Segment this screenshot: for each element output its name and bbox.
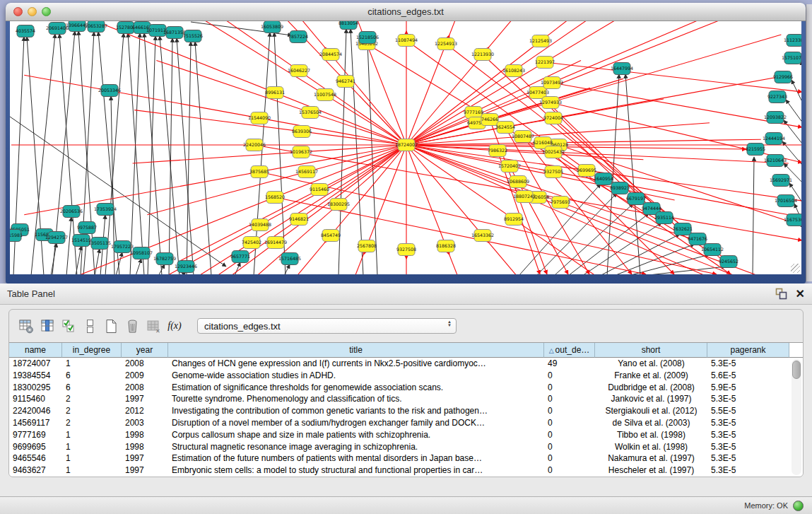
graph-node[interactable]: 12093822	[764, 112, 787, 124]
graph-node[interactable]: 3915981	[10, 230, 23, 242]
column-header[interactable]: year	[122, 343, 168, 358]
graph-node[interactable]: 1640954	[594, 173, 613, 185]
graph-node[interactable]: 8471676	[688, 233, 707, 245]
column-header[interactable]: title	[168, 343, 544, 358]
graph-node[interactable]: 10958107	[130, 247, 153, 259]
graph-node[interactable]: 9699695	[577, 165, 596, 177]
memory-ok-indicator[interactable]	[793, 501, 804, 511]
graph-node[interactable]: 9327508	[396, 244, 416, 256]
graph-node[interactable]: 8938923	[610, 182, 630, 194]
table-row[interactable]: 946362711997Embryonic stem cells: a mode…	[9, 465, 803, 477]
graph-node[interactable]: 16782759	[153, 253, 176, 265]
graph-node[interactable]: 9975887	[77, 222, 97, 234]
table-row[interactable]: 1830029562008Estimation of significance …	[9, 382, 803, 394]
graph-node[interactable]: 9129966	[773, 71, 793, 83]
graph-node[interactable]: 13505135	[88, 238, 111, 250]
table-row[interactable]: 946554611997Estimation of the future num…	[9, 452, 803, 465]
network-selector[interactable]: citations_edges.txt ▲▼	[197, 318, 457, 334]
citation-network-graph[interactable]: 8960128932750518226058891295416543362818…	[10, 21, 801, 274]
graph-node[interactable]: 8454749	[321, 230, 341, 242]
graph-node[interactable]: 8912954	[504, 214, 524, 226]
scrollbar-thumb[interactable]	[792, 361, 801, 379]
graph-node[interactable]: 9115460	[310, 184, 329, 196]
graph-node[interactable]: 15751074	[782, 52, 801, 64]
graph-node[interactable]: 9777169	[464, 107, 483, 119]
table-row[interactable]: 2242004622012Investigating the contribut…	[9, 405, 803, 417]
table-scrollbar[interactable]	[792, 359, 801, 475]
graph-node[interactable]: 7975693	[551, 197, 570, 209]
table-row[interactable]: 1872400712008Changes of HCN gene express…	[9, 358, 803, 370]
column-header[interactable]: short	[595, 343, 707, 358]
graph-node[interactable]: 8813054	[339, 21, 358, 30]
select-all-rows-icon[interactable]	[59, 316, 78, 336]
graph-node[interactable]: 15716485	[278, 253, 301, 265]
graph-node[interactable]: 14569117	[295, 166, 318, 178]
graph-node[interactable]: 7986322	[488, 145, 507, 157]
graph-node[interactable]: 15376504	[299, 107, 322, 119]
column-header[interactable]: pagerank	[707, 343, 789, 358]
graph-node[interactable]: 7515526	[183, 30, 203, 42]
graph-node[interactable]: 12942757	[45, 232, 68, 244]
graph-node[interactable]: 9724004	[543, 112, 563, 124]
graph-node[interactable]: 8996131	[265, 87, 285, 99]
graph-node[interactable]: 12974933	[539, 97, 562, 109]
table-settings-icon[interactable]	[16, 316, 36, 336]
import-table-icon[interactable]: ✕	[143, 316, 163, 336]
graph-node[interactable]: 12444194	[763, 133, 785, 145]
graph-node[interactable]: 20053346	[98, 85, 121, 97]
select-columns-icon[interactable]	[37, 316, 57, 336]
graph-node[interactable]: 16447994	[611, 63, 633, 75]
graph-node[interactable]: 9227343	[767, 91, 787, 103]
graph-node[interactable]: 18300295	[327, 199, 350, 211]
new-table-icon[interactable]	[101, 316, 121, 336]
graph-node[interactable]: 1221397	[535, 57, 555, 69]
graph-node[interactable]: 16543362	[471, 230, 494, 242]
network-view-canvas[interactable]: 8960128932750518226058891295416543362818…	[10, 21, 801, 274]
graph-node[interactable]: 12213930	[471, 49, 494, 61]
graph-node[interactable]: 17016504	[775, 195, 797, 207]
graph-node[interactable]: 15692971	[770, 175, 792, 187]
graph-node[interactable]: 9146821	[289, 214, 309, 226]
window-resize-grip[interactable]	[791, 264, 800, 273]
graph-node[interactable]: 16108243	[502, 65, 525, 77]
graph-node[interactable]: 2935114	[654, 212, 674, 224]
graph-node[interactable]: 11087494	[395, 35, 418, 47]
graph-node[interactable]: 7857224	[288, 31, 308, 43]
graph-node[interactable]: 4035574	[16, 25, 35, 37]
table-row[interactable]: 1938455462009Genome-wide association stu…	[9, 370, 803, 382]
graph-node[interactable]: 6679197	[626, 193, 646, 205]
window-titlebar[interactable]: citations_edges.txt	[6, 3, 806, 21]
graph-node[interactable]: 746266	[481, 114, 498, 126]
graph-node[interactable]: 17353924	[94, 204, 117, 216]
graph-node[interactable]: 10196372	[290, 146, 312, 158]
graph-node[interactable]: 18807243	[513, 191, 536, 203]
graph-node[interactable]: 10653287	[85, 21, 107, 33]
close-window-icon[interactable]	[13, 7, 23, 16]
graph-node[interactable]: 9657771	[230, 251, 250, 263]
delete-table-icon[interactable]	[122, 316, 142, 336]
zoom-window-icon[interactable]	[42, 7, 51, 16]
graph-node[interactable]: 11675309	[784, 214, 801, 226]
table-row[interactable]: 977716911998Corpus callosum shape and si…	[9, 429, 803, 441]
close-panel-icon[interactable]: ✕	[796, 288, 805, 300]
graph-node[interactable]: 16914479	[264, 237, 287, 249]
graph-node[interactable]: 7425402	[242, 237, 261, 249]
graph-node[interactable]: 10654112	[701, 244, 724, 256]
function-builder-icon[interactable]: f(x)	[165, 316, 184, 336]
graph-node[interactable]: 15218506	[356, 32, 379, 44]
graph-node[interactable]: 22420046	[243, 139, 266, 151]
column-header[interactable]: △out_de…	[544, 343, 595, 358]
graph-node[interactable]: 3875685	[249, 166, 269, 178]
graph-node[interactable]: 10973493	[541, 77, 563, 89]
graph-node[interactable]: 12125493	[529, 35, 552, 47]
graph-node[interactable]: 1568520	[265, 192, 285, 204]
graph-node[interactable]: 10025432	[542, 146, 565, 158]
table-row[interactable]: 911546021997Tourette syndrome. Phenomeno…	[9, 393, 803, 405]
graph-node[interactable]: 12923446	[175, 261, 197, 273]
graph-node[interactable]: 20844574	[319, 49, 342, 61]
graph-node[interactable]: 11007548	[314, 89, 336, 101]
minimize-window-icon[interactable]	[28, 7, 37, 16]
graph-node[interactable]: 11544090	[248, 112, 271, 124]
graph-node[interactable]: 9462741	[336, 76, 355, 88]
graph-node[interactable]: 8215955	[746, 144, 765, 156]
